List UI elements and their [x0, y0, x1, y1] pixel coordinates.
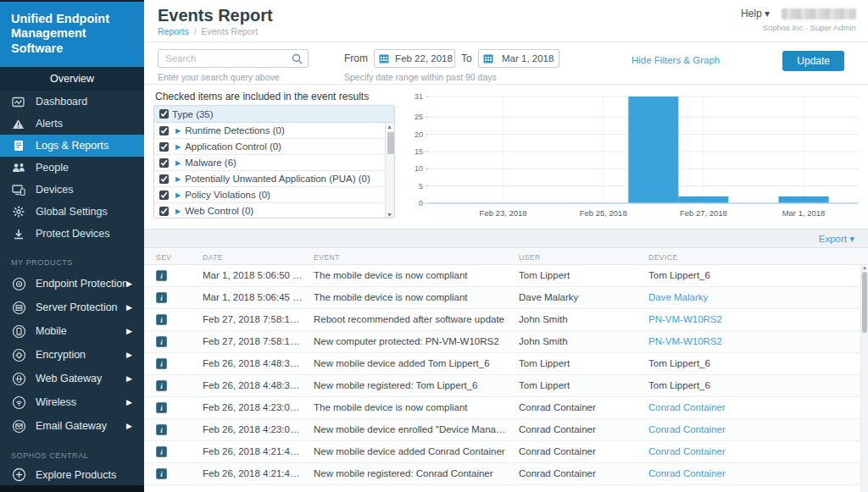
- filter-item-label: Malware (6): [185, 158, 236, 168]
- filter-item-checkbox[interactable]: [159, 174, 169, 184]
- user-cell: Conrad Container: [511, 419, 641, 440]
- table-header-row: SEVDATEEVENTUSERDEVICE: [144, 248, 868, 265]
- table-row[interactable]: iFeb 26, 2018 4:48:34 PMNew mobile devic…: [144, 353, 868, 375]
- sidebar-item-wireless[interactable]: Wireless▶: [0, 390, 144, 414]
- filter-item[interactable]: ▶Application Control (0): [154, 139, 394, 155]
- table-row[interactable]: iMar 1, 2018 5:06:45 PMThe mobile device…: [144, 287, 868, 309]
- sidebar-item-alerts[interactable]: Alerts: [0, 113, 144, 135]
- org-role-line: Sophos Inc · Super Admin: [741, 23, 856, 32]
- sidebar-item-label: Devices: [36, 184, 73, 196]
- expand-triangle-icon[interactable]: ▶: [175, 175, 181, 183]
- table-scrollbar-thumb[interactable]: [862, 272, 867, 333]
- table-scrollbar[interactable]: ▲: [860, 265, 868, 492]
- event-cell: New mobile device added Conrad Container: [306, 441, 511, 462]
- scroll-up-icon[interactable]: ▲: [387, 124, 392, 130]
- table-row[interactable]: iMar 1, 2018 5:06:50 PMThe mobile device…: [144, 265, 868, 287]
- sidebar-nav: DashboardAlertsLogs & ReportsPeopleDevic…: [0, 91, 144, 245]
- info-severity-icon: i: [156, 402, 167, 413]
- event-type-filter-panel: Type (35) ▶Runtime Detections (0)▶Applic…: [153, 105, 395, 218]
- device-cell-link[interactable]: PN-VM-W10RS2: [641, 331, 868, 352]
- search-input[interactable]: [165, 53, 292, 64]
- date-cell: Mar 1, 2018 5:06:45 PM: [195, 287, 306, 308]
- device-cell-link[interactable]: Conrad Container: [641, 419, 868, 440]
- sidebar-item-mobile[interactable]: Mobile▶: [0, 319, 144, 343]
- sidebar-item-label: Server Protection: [36, 301, 118, 313]
- sidebar-item-explore-products[interactable]: Explore Products: [0, 465, 144, 484]
- sidebar-item-dashboard[interactable]: Dashboard: [0, 91, 144, 113]
- table-row[interactable]: iFeb 26, 2018 4:23:06 PMThe mobile devic…: [144, 397, 868, 419]
- chevron-right-icon: ▶: [126, 374, 132, 383]
- scroll-down-icon[interactable]: ▼: [387, 212, 392, 218]
- expand-triangle-icon[interactable]: ▶: [175, 143, 181, 151]
- filter-item-checkbox[interactable]: [159, 142, 169, 152]
- sidebar-item-protect-devices[interactable]: Protect Devices: [0, 223, 144, 245]
- filter-item-label: Potentially Unwanted Application (PUA) (…: [185, 174, 370, 184]
- sidebar-item-label: Protect Devices: [36, 228, 110, 240]
- from-date-input[interactable]: [393, 53, 454, 64]
- sidebar-item-endpoint-protection[interactable]: Endpoint Protection▶: [0, 272, 144, 296]
- column-header-date: DATE: [195, 248, 306, 264]
- table-row[interactable]: iFeb 26, 2018 4:23:06 PMNew mobile devic…: [144, 419, 868, 441]
- table-row[interactable]: iFeb 27, 2018 7:58:19 AMNew computer pro…: [144, 331, 868, 353]
- sidebar-item-encryption[interactable]: Encryption▶: [0, 343, 144, 367]
- table-row[interactable]: iFeb 26, 2018 4:48:34 PMNew mobile regis…: [144, 375, 868, 397]
- type-checkbox[interactable]: [159, 109, 169, 119]
- sidebar-item-server-protection[interactable]: Server Protection▶: [0, 296, 144, 319]
- filter-item-checkbox[interactable]: [159, 126, 169, 135]
- protect-devices-icon: [11, 228, 25, 240]
- chevron-right-icon: ▶: [126, 351, 132, 359]
- severity-cell: i: [144, 397, 195, 418]
- filter-item-checkbox[interactable]: [159, 158, 169, 168]
- device-cell-link[interactable]: Conrad Container: [641, 441, 868, 462]
- update-button[interactable]: Update: [782, 51, 844, 71]
- table-scroll-up-icon[interactable]: ▲: [862, 265, 867, 270]
- sidebar-item-devices[interactable]: Devices: [0, 179, 144, 201]
- sidebar-overview-header[interactable]: Overview: [0, 67, 144, 91]
- filter-item-checkbox[interactable]: [159, 191, 169, 200]
- device-cell-link[interactable]: Conrad Container: [641, 463, 868, 484]
- sidebar-item-label: Web Gateway: [36, 373, 102, 384]
- device-cell-link[interactable]: Dave Malarky: [641, 287, 868, 308]
- device-cell: Tom Lippert_6: [641, 353, 868, 374]
- sidebar-item-web-gateway[interactable]: Web Gateway▶: [0, 367, 144, 390]
- sidebar-item-email-gateway[interactable]: Email Gateway▶: [0, 414, 144, 438]
- table-row[interactable]: iFeb 26, 2018 4:21:45 PMNew mobile regis…: [144, 463, 868, 485]
- table-row[interactable]: iFeb 26, 2018 4:21:45 PMNew mobile devic…: [144, 441, 868, 463]
- filter-list-scrollbar[interactable]: ▲ ▼: [385, 123, 394, 218]
- filter-item[interactable]: ▶Malware (6): [154, 155, 394, 171]
- expand-triangle-icon[interactable]: ▶: [175, 207, 181, 215]
- export-menu[interactable]: Export ▾: [819, 233, 854, 245]
- people-icon: [11, 162, 25, 174]
- sidebar-item-global-settings[interactable]: Global Settings: [0, 201, 144, 223]
- to-calendar-icon[interactable]: [479, 50, 498, 67]
- sidebar-item-label: Encryption: [36, 349, 86, 361]
- info-severity-icon: i: [156, 336, 167, 347]
- sidebar-item-people[interactable]: People: [0, 157, 144, 179]
- help-menu[interactable]: Help ▾: [741, 8, 770, 19]
- hide-filters-graph-link[interactable]: Hide Filters & Graph: [632, 55, 720, 65]
- filter-type-header[interactable]: Type (35): [154, 106, 394, 123]
- filter-item[interactable]: ▶Policy Violations (0): [154, 187, 394, 203]
- device-cell-link[interactable]: Conrad Container: [641, 397, 868, 418]
- scrollbar-thumb[interactable]: [387, 132, 394, 154]
- filter-item[interactable]: ▶Web Control (0): [154, 203, 394, 218]
- breadcrumb-reports-link[interactable]: Reports: [158, 26, 189, 36]
- expand-triangle-icon[interactable]: ▶: [175, 159, 181, 167]
- breadcrumb: Reports / Events Report: [158, 26, 273, 36]
- table-row[interactable]: iFeb 27, 2018 7:58:19 AMReboot recommend…: [144, 309, 868, 331]
- expand-triangle-icon[interactable]: ▶: [175, 127, 181, 135]
- filter-item[interactable]: ▶Potentially Unwanted Application (PUA) …: [154, 171, 394, 187]
- filter-item[interactable]: ▶Runtime Detections (0): [154, 123, 394, 139]
- user-name-redacted[interactable]: [782, 8, 856, 19]
- sidebar: Unified Endpoint Management Software Ove…: [0, 0, 144, 492]
- user-cell: Conrad Container: [511, 397, 641, 418]
- from-calendar-icon[interactable]: [375, 50, 393, 67]
- search-icon[interactable]: [292, 53, 303, 64]
- filter-item-checkbox[interactable]: [159, 207, 169, 216]
- to-date-input[interactable]: [498, 53, 559, 64]
- device-cell-link[interactable]: PN-VM-W10RS2: [641, 309, 868, 330]
- severity-cell: i: [144, 375, 195, 396]
- checked-items-title: Checked items are included in the event …: [155, 91, 369, 102]
- expand-triangle-icon[interactable]: ▶: [175, 191, 181, 199]
- sidebar-item-logs-reports[interactable]: Logs & Reports: [0, 135, 144, 157]
